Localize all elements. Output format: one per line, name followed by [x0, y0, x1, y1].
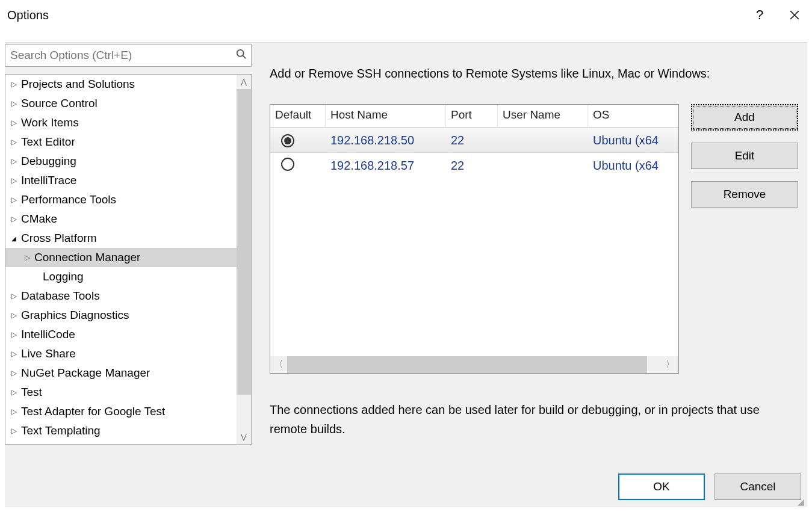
chevron-right-icon[interactable]: ▷	[9, 350, 19, 358]
scroll-left-icon[interactable]: 〈	[270, 356, 287, 373]
chevron-down-icon[interactable]: ◢	[9, 235, 19, 242]
tree-item[interactable]: ▷IntelliTrace	[5, 171, 237, 190]
cancel-button[interactable]: Cancel	[714, 473, 801, 500]
tree-item[interactable]: ▷Live Share	[5, 344, 237, 363]
scroll-right-icon[interactable]: 〉	[662, 356, 678, 373]
tree-item-label: Logging	[43, 270, 84, 283]
tree-item-label: CMake	[21, 212, 57, 226]
tree-item[interactable]: ▷Work Items	[5, 113, 237, 132]
default-cell[interactable]	[270, 134, 326, 147]
table-hscrollbar[interactable]: 〈 〉	[270, 356, 678, 373]
default-cell[interactable]	[270, 158, 326, 174]
table-body: 192.168.218.5022Ubuntu (x64192.168.218.5…	[270, 128, 678, 178]
host-cell: 192.168.218.50	[326, 134, 446, 147]
chevron-right-icon[interactable]: ▷	[9, 311, 19, 319]
close-button[interactable]	[777, 3, 812, 27]
search-icon[interactable]	[232, 49, 251, 63]
scroll-thumb[interactable]	[237, 89, 251, 395]
os-cell: Ubuntu (x64	[588, 159, 678, 173]
chevron-right-icon[interactable]: ▷	[9, 99, 19, 108]
tree-item-label: Test Adapter for Google Test	[21, 405, 165, 418]
edit-button[interactable]: Edit	[691, 143, 798, 169]
tree-item[interactable]: ▷IntelliCode	[5, 325, 237, 344]
tree-item[interactable]: ▷Text Templating	[5, 421, 237, 440]
tree-item-label: NuGet Package Manager	[21, 366, 150, 380]
options-tree: ▷Projects and Solutions▷Source Control▷W…	[5, 74, 252, 445]
window-title: Options	[7, 8, 49, 22]
search-box[interactable]	[5, 44, 252, 67]
default-radio[interactable]	[281, 158, 294, 171]
tree-item[interactable]: ▷Connection Manager	[5, 248, 237, 267]
chevron-right-icon[interactable]: ▷	[9, 138, 19, 146]
search-input[interactable]	[5, 49, 232, 62]
tree-item[interactable]: ▷Test	[5, 383, 237, 402]
tree-scrollbar[interactable]: ⋀ ⋁	[237, 75, 251, 444]
settings-pane: Add or Remove SSH connections to Remote …	[270, 67, 801, 95]
chevron-right-icon[interactable]: ▷	[9, 292, 19, 300]
host-cell: 192.168.218.57	[326, 159, 446, 173]
port-cell: 22	[446, 134, 498, 147]
col-host[interactable]: Host Name	[326, 105, 446, 127]
tree-item[interactable]: ▷Debugging	[5, 152, 237, 171]
tree-item[interactable]: ▷Text Editor	[5, 132, 237, 152]
chevron-right-icon[interactable]: ▷	[22, 253, 32, 262]
tree-item-label: Connection Manager	[34, 251, 140, 264]
tree-item-label: IntelliTrace	[21, 174, 76, 187]
tree-item-label: Text Editor	[21, 135, 75, 149]
tree-item-label: Debugging	[21, 155, 76, 168]
tree-item[interactable]: ▷Source Control	[5, 94, 237, 113]
chevron-right-icon[interactable]: ▷	[9, 157, 19, 165]
svg-point-0	[237, 49, 244, 56]
ok-button[interactable]: OK	[618, 473, 705, 500]
tree-item[interactable]: ▷Graphics Diagnostics	[5, 306, 237, 325]
remove-button[interactable]: Remove	[691, 181, 798, 208]
tree-item-label: Performance Tools	[21, 193, 116, 206]
pane-heading: Add or Remove SSH connections to Remote …	[270, 67, 801, 81]
col-default[interactable]: Default	[270, 105, 326, 127]
chevron-right-icon[interactable]: ▷	[9, 330, 19, 339]
titlebar: Options ?	[0, 0, 812, 30]
scroll-up-icon[interactable]: ⋀	[237, 75, 251, 89]
close-icon	[789, 10, 800, 20]
add-button[interactable]: Add	[691, 104, 798, 131]
chevron-right-icon[interactable]: ▷	[9, 196, 19, 204]
chevron-right-icon[interactable]: ▷	[9, 176, 19, 185]
tree-item[interactable]: ▷Test Adapter for Google Test	[5, 402, 237, 421]
chevron-right-icon[interactable]: ▷	[9, 215, 19, 223]
table-row[interactable]: 192.168.218.5722Ubuntu (x64	[270, 153, 678, 178]
dialog-footer: OK Cancel	[618, 473, 801, 500]
scroll-down-icon[interactable]: ⋁	[237, 430, 251, 444]
tree-item[interactable]: ◢Cross Platform	[5, 229, 237, 248]
col-os[interactable]: OS	[588, 105, 678, 127]
tree-item[interactable]: ▷Performance Tools	[5, 190, 237, 209]
port-cell: 22	[446, 159, 498, 173]
chevron-right-icon[interactable]: ▷	[9, 369, 19, 377]
pane-footer-text: The connections added here can be used l…	[270, 400, 763, 439]
help-button[interactable]: ?	[742, 3, 777, 27]
tree-item[interactable]: ▷NuGet Package Manager	[5, 363, 237, 383]
default-radio[interactable]	[281, 134, 294, 147]
chevron-right-icon[interactable]: ▷	[9, 407, 19, 416]
table-row[interactable]: 192.168.218.5022Ubuntu (x64	[270, 128, 678, 153]
col-port[interactable]: Port	[446, 105, 498, 127]
tree-item-label: Test	[21, 386, 42, 399]
tree-item[interactable]: ▷Logging	[5, 267, 237, 286]
chevron-right-icon[interactable]: ▷	[9, 427, 19, 435]
tree-item-label: IntelliCode	[21, 328, 75, 341]
chevron-right-icon[interactable]: ▷	[9, 119, 19, 127]
connections-table: Default Host Name Port User Name OS 192.…	[270, 104, 679, 374]
tree-item[interactable]: ▷Database Tools	[5, 286, 237, 306]
chevron-right-icon[interactable]: ▷	[9, 80, 19, 88]
col-user[interactable]: User Name	[498, 105, 588, 127]
tree-item-label: Work Items	[21, 116, 79, 129]
tree-item-label: Database Tools	[21, 289, 100, 303]
tree-item-label: Projects and Solutions	[21, 78, 135, 91]
hscroll-thumb[interactable]	[287, 356, 647, 373]
tree-item[interactable]: ▷CMake	[5, 209, 237, 229]
tree-item[interactable]: ▷Projects and Solutions	[5, 75, 237, 94]
chevron-right-icon[interactable]: ▷	[9, 388, 19, 396]
content-area: ▷Projects and Solutions▷Source Control▷W…	[5, 42, 807, 507]
resize-grip-icon[interactable]: ◢	[798, 498, 806, 506]
tree-item-label: Cross Platform	[21, 232, 97, 245]
tree-item-label: Source Control	[21, 97, 98, 110]
